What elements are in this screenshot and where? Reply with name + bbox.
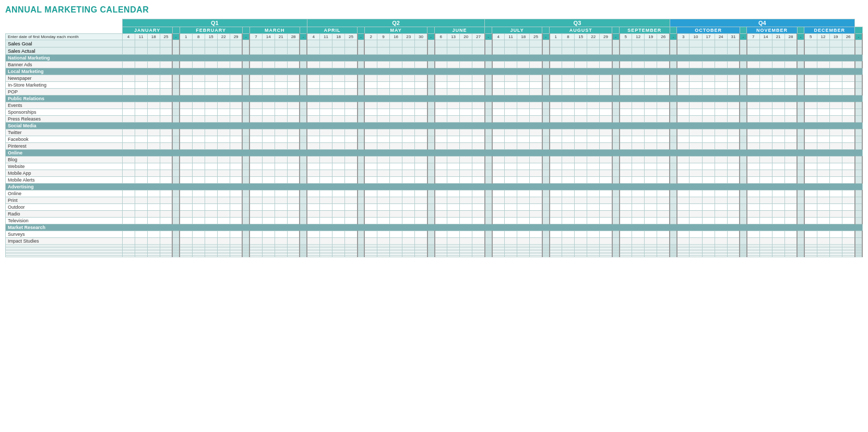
data-cell[interactable] [562,116,575,123]
data-cell[interactable] [784,102,797,109]
data-cell[interactable] [262,129,275,136]
data-cell[interactable] [747,211,759,218]
data-cell[interactable] [377,238,390,245]
data-cell[interactable] [192,177,205,184]
data-cell[interactable] [505,136,517,143]
data-cell[interactable] [307,116,319,123]
data-cell[interactable] [747,177,759,184]
data-cell[interactable] [217,136,230,143]
data-cell[interactable] [180,136,192,143]
data-cell[interactable] [377,231,390,238]
data-cell[interactable] [702,89,715,95]
data-cell[interactable] [620,157,632,163]
data-cell[interactable] [842,204,854,211]
data-cell[interactable] [562,82,575,89]
table-row[interactable]: POP [6,89,863,95]
data-cell[interactable] [205,47,217,55]
data-cell[interactable] [587,143,600,150]
data-cell[interactable] [447,211,460,218]
data-cell[interactable] [180,231,192,238]
data-cell[interactable] [575,143,587,150]
data-cell[interactable] [332,256,345,257]
data-cell[interactable] [390,109,402,116]
data-cell[interactable] [390,136,402,143]
data-cell[interactable] [784,163,797,170]
data-cell[interactable] [147,40,160,47]
data-cell[interactable] [689,157,702,163]
data-cell[interactable] [275,116,287,123]
data-cell[interactable] [135,163,147,170]
data-cell[interactable] [657,204,670,211]
data-cell[interactable] [415,109,427,116]
data-cell[interactable] [702,170,715,177]
data-cell[interactable] [249,116,262,123]
data-cell[interactable] [550,157,562,163]
data-cell[interactable] [842,47,854,55]
data-cell[interactable] [492,211,505,218]
data-cell[interactable] [364,204,377,211]
data-cell[interactable] [307,177,319,184]
data-cell[interactable] [842,163,854,170]
data-cell[interactable] [632,157,645,163]
data-cell[interactable] [205,204,217,211]
data-cell[interactable] [364,62,377,68]
data-cell[interactable] [587,231,600,238]
data-cell[interactable] [180,129,192,136]
data-cell[interactable] [135,211,147,218]
data-cell[interactable] [562,211,575,218]
data-cell[interactable] [772,129,784,136]
data-cell[interactable] [320,136,332,143]
data-cell[interactable] [364,231,377,238]
data-cell[interactable] [632,102,645,109]
data-cell[interactable] [160,62,172,68]
data-cell[interactable] [772,177,784,184]
data-cell[interactable] [217,190,230,197]
data-cell[interactable] [620,40,632,47]
data-cell[interactable] [230,143,242,150]
data-cell[interactable] [492,143,505,150]
data-cell[interactable] [772,75,784,82]
data-cell[interactable] [332,82,345,89]
data-cell[interactable] [230,102,242,109]
data-cell[interactable] [505,218,517,224]
data-cell[interactable] [657,116,670,123]
data-cell[interactable] [517,197,530,204]
data-cell[interactable] [287,238,300,245]
data-cell[interactable] [275,177,287,184]
data-cell[interactable] [817,218,829,224]
data-cell[interactable] [505,40,517,47]
data-cell[interactable] [205,75,217,82]
data-cell[interactable] [180,109,192,116]
data-cell[interactable] [402,204,415,211]
data-cell[interactable] [759,82,772,89]
data-cell[interactable] [364,238,377,245]
data-cell[interactable] [307,82,319,89]
data-cell[interactable] [550,102,562,109]
data-cell[interactable] [505,47,517,55]
data-cell[interactable] [217,89,230,95]
data-cell[interactable] [562,231,575,238]
data-cell[interactable] [345,157,358,163]
data-cell[interactable] [784,256,797,257]
data-cell[interactable] [702,190,715,197]
data-cell[interactable] [632,136,645,143]
data-cell[interactable] [460,170,472,177]
data-cell[interactable] [320,102,332,109]
data-cell[interactable] [345,177,358,184]
data-cell[interactable] [390,89,402,95]
data-cell[interactable] [657,231,670,238]
data-cell[interactable] [205,129,217,136]
data-cell[interactable] [332,102,345,109]
data-cell[interactable] [192,129,205,136]
data-cell[interactable] [135,82,147,89]
data-cell[interactable] [759,231,772,238]
data-cell[interactable] [287,89,300,95]
data-cell[interactable] [677,129,689,136]
data-cell[interactable] [530,218,542,224]
data-cell[interactable] [587,204,600,211]
data-cell[interactable] [804,157,817,163]
data-cell[interactable] [784,136,797,143]
data-cell[interactable] [415,40,427,47]
data-cell[interactable] [160,109,172,116]
data-cell[interactable] [122,129,135,136]
